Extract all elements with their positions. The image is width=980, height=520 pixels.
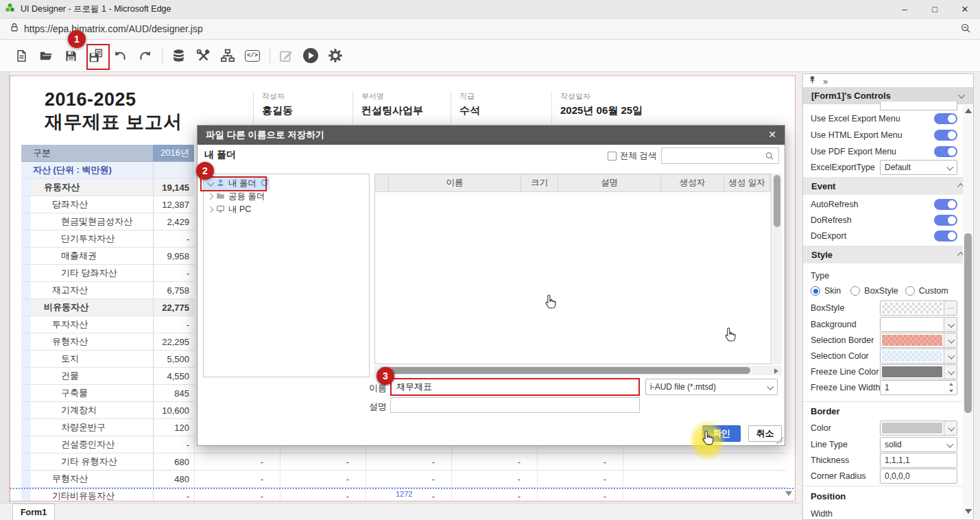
table-row: 유형자산22,295 — [21, 333, 194, 351]
selection-color-swatch[interactable] — [880, 348, 957, 364]
dialog-resize-grip[interactable] — [776, 437, 783, 444]
app-logo-icon — [5, 3, 15, 16]
excel-export-type-select[interactable]: Default — [880, 160, 957, 175]
column-description[interactable]: 설명 — [558, 174, 661, 191]
collapse-panel-icon[interactable]: » — [823, 76, 828, 86]
tree-item-my-pc[interactable]: 내 PC — [204, 203, 369, 216]
step-down-icon[interactable] — [949, 390, 953, 392]
step-up-icon[interactable] — [949, 383, 953, 386]
toggle-on[interactable] — [934, 231, 957, 241]
freeze-line-width-stepper[interactable] — [880, 380, 957, 395]
new-file-button[interactable] — [11, 45, 32, 66]
data-source-button[interactable] — [168, 45, 189, 66]
hand-cursor-click — [700, 429, 716, 451]
table-row: 재고자산6,758 — [21, 282, 194, 299]
column-creator[interactable]: 생성자 — [661, 174, 724, 191]
pin-icon[interactable] — [808, 75, 817, 86]
border-color-swatch[interactable] — [880, 421, 957, 436]
chevron-down-icon — [946, 440, 953, 447]
file-type-select[interactable]: i-AUD file (*.mtsd) — [645, 379, 778, 395]
column-name[interactable]: 이름 — [389, 174, 521, 191]
prop-type-radios: Skin BoxStyle Custom — [811, 283, 957, 298]
scroll-right-icon[interactable] — [774, 368, 778, 374]
toolbar-separator — [270, 47, 270, 64]
table-row: 현금및현금성자산2,429 — [21, 213, 194, 231]
prop-dorefresh: DoRefresh — [811, 213, 957, 228]
run-button[interactable] — [300, 45, 321, 66]
url-text[interactable]: https://epa.bimatrix.com/AUD/designer.js… — [24, 23, 203, 34]
toggle-on[interactable] — [934, 113, 957, 124]
toggle-on[interactable] — [934, 199, 957, 210]
corner-radius-input[interactable] — [880, 469, 957, 484]
column-size[interactable]: 크기 — [521, 174, 558, 191]
column-select[interactable] — [375, 174, 389, 191]
file-list-header: 이름 크기 설명 생성자 생성 일자 — [375, 174, 771, 192]
description-input[interactable] — [390, 397, 640, 413]
tree-collapsed-icon[interactable] — [207, 206, 214, 213]
toggle-on[interactable] — [934, 215, 957, 226]
table-row: 기계장치10,600 — [21, 402, 194, 419]
folder-icon — [216, 191, 225, 202]
background-swatch[interactable] — [880, 317, 957, 332]
toggle-on[interactable] — [934, 130, 957, 141]
line-type-select[interactable]: solid — [880, 437, 957, 452]
table-row: 단기투자자산- — [21, 231, 194, 248]
folder-tree: 내 폴더 공용 폴더 내 PC — [203, 174, 370, 377]
freeze-line-color-swatch[interactable] — [880, 364, 957, 379]
lock-icon — [9, 22, 20, 36]
file-list-vscrollbar-thumb[interactable] — [774, 175, 780, 227]
radio-custom[interactable] — [905, 286, 915, 296]
chevron-down-icon — [948, 352, 955, 359]
hierarchy-button[interactable] — [217, 45, 238, 66]
minimize-button[interactable]: – — [889, 0, 920, 19]
annotation-box-save-as — [86, 44, 110, 70]
table-row: 투자자산- — [21, 316, 194, 333]
redo-button[interactable] — [134, 45, 155, 66]
section-style[interactable]: Style — [803, 246, 973, 263]
save-button[interactable] — [60, 45, 81, 66]
subsection-border: Border — [811, 406, 840, 416]
thickness-input[interactable] — [880, 453, 957, 468]
search-all-checkbox[interactable] — [608, 152, 617, 161]
report-title: 2016-2025 재무제표 보고서 — [45, 88, 182, 134]
maximize-button[interactable]: □ — [920, 0, 950, 19]
table-row: 기타 유형자산680 — [21, 453, 194, 471]
settings-button[interactable] — [325, 45, 346, 66]
tree-collapsed-icon[interactable] — [207, 193, 214, 200]
toggle-on[interactable] — [934, 146, 957, 157]
open-folder-button[interactable] — [36, 45, 56, 66]
code-button[interactable]: </> — [242, 45, 263, 66]
canvas-scroll-down-icon[interactable] — [785, 491, 792, 496]
close-button[interactable]: ✕ — [950, 0, 980, 19]
clipped-input[interactable] — [880, 102, 957, 110]
tab-form1[interactable]: Form1 — [12, 504, 55, 520]
dialog-close-button[interactable]: ✕ — [768, 129, 776, 140]
description-field-label: 설명 — [369, 401, 387, 413]
dialog-search-input[interactable] — [661, 147, 779, 164]
file-name-input[interactable] — [390, 378, 640, 396]
ellipsis-button[interactable]: ··· — [944, 301, 957, 315]
column-created-date[interactable]: 생성 일자 — [724, 174, 770, 191]
undo-button[interactable] — [110, 45, 130, 66]
tools-button[interactable] — [193, 45, 213, 66]
file-list-hscrollbar-thumb[interactable] — [380, 367, 750, 374]
radio-boxstyle[interactable] — [850, 286, 860, 296]
window-left-edge — [0, 72, 10, 520]
table-row: 기타 당좌자산- — [21, 265, 194, 282]
chevron-down-icon — [948, 336, 955, 343]
panel-scrollbar-thumb[interactable] — [964, 233, 972, 413]
hand-cursor — [543, 294, 558, 314]
freeze-line-width-input[interactable] — [880, 380, 957, 395]
section-event[interactable]: Event — [803, 177, 973, 195]
guide-line — [10, 488, 796, 489]
boxstyle-swatch[interactable]: ··· — [880, 300, 957, 316]
tree-item-shared-folder[interactable]: 공용 폴더 — [204, 190, 369, 203]
scroll-up-icon[interactable] — [965, 108, 972, 113]
scroll-down-icon[interactable] — [965, 509, 972, 514]
selection-border-swatch[interactable] — [880, 333, 957, 348]
zoom-out-icon[interactable] — [960, 23, 972, 37]
radio-skin[interactable] — [811, 286, 820, 296]
dialog-titlebar[interactable]: 파일 다른 이름으로 저장하기 ✕ — [198, 126, 785, 145]
address-bar[interactable]: https://epa.bimatrix.com/AUD/designer.js… — [0, 19, 980, 40]
table-row: 유동자산19,145 — [21, 179, 194, 196]
